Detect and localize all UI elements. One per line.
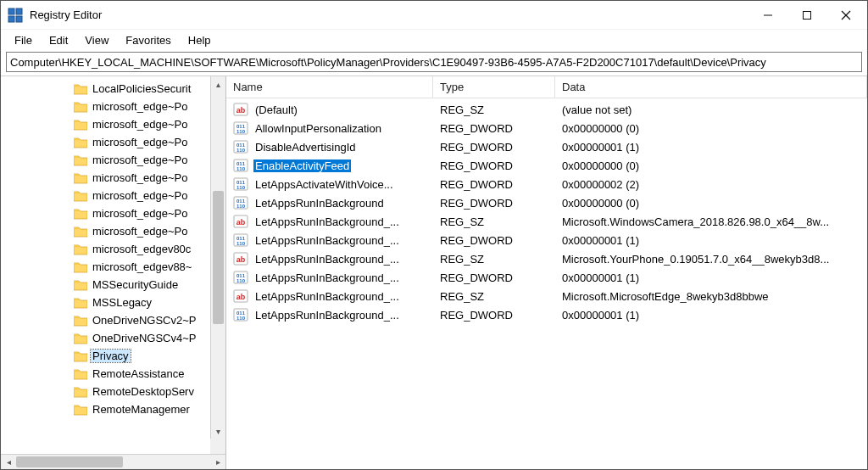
svg-text:110: 110 xyxy=(236,241,246,246)
minimize-button[interactable] xyxy=(748,3,787,28)
value-data: 0x00000002 (2) xyxy=(555,178,867,191)
folder-icon xyxy=(74,315,91,327)
value-data: 0x00000001 (1) xyxy=(555,309,867,322)
list-header: Name Type Data xyxy=(226,76,867,98)
address-bar[interactable]: Computer\HKEY_LOCAL_MACHINE\SOFTWARE\Mic… xyxy=(6,52,862,72)
dword-value-icon: 011110 xyxy=(233,195,248,210)
value-name: LetAppsActivateWithVoice... xyxy=(253,178,395,191)
menu-help[interactable]: Help xyxy=(180,32,220,48)
value-type: REG_DWORD xyxy=(433,271,555,284)
folder-icon xyxy=(74,226,91,238)
value-row[interactable]: ab(Default)REG_SZ(value not set) xyxy=(226,100,867,119)
tree-item-label: RemoteAssistance xyxy=(91,367,186,380)
tree-item[interactable]: RemoteDesktopServ xyxy=(1,383,210,400)
tree-item[interactable]: LocalPoliciesSecurit xyxy=(1,80,210,98)
column-header-name[interactable]: Name xyxy=(226,76,433,98)
tree-vertical-scrollbar[interactable]: ▴ ▾ xyxy=(210,76,225,439)
svg-rect-3 xyxy=(16,16,22,22)
menu-edit[interactable]: Edit xyxy=(41,32,76,48)
value-row[interactable]: 011110AllowInputPersonalizationREG_DWORD… xyxy=(226,119,867,137)
folder-icon xyxy=(74,261,91,273)
tree-item[interactable]: microsoft_edge~Po xyxy=(1,187,210,204)
value-row[interactable]: 011110DisableAdvertisingIdREG_DWORD0x000… xyxy=(226,137,867,156)
column-header-data[interactable]: Data xyxy=(555,76,867,98)
tree-item-label: microsoft_edgev88~ xyxy=(91,260,193,273)
dword-value-icon: 011110 xyxy=(233,139,248,154)
value-name: DisableAdvertisingId xyxy=(253,141,358,154)
tree-item[interactable]: MSSecurityGuide xyxy=(1,276,210,294)
close-button[interactable] xyxy=(826,3,865,28)
svg-text:ab: ab xyxy=(236,106,246,115)
folder-icon xyxy=(74,386,91,398)
tree-item-label: microsoft_edge~Po xyxy=(91,100,189,113)
folder-icon xyxy=(74,172,91,184)
value-row[interactable]: 011110LetAppsRunInBackground_...REG_DWOR… xyxy=(226,231,867,249)
tree-item-label: OneDriveNGSCv4~P xyxy=(91,332,198,344)
tree-horizontal-scrollbar[interactable]: ◂ ▸ xyxy=(1,454,225,469)
tree-item[interactable]: RemoteManagemer xyxy=(1,400,210,418)
menu-favorites[interactable]: Favorites xyxy=(117,32,179,48)
app-icon xyxy=(8,8,23,23)
value-data: 0x00000000 (0) xyxy=(555,122,867,135)
value-type: REG_SZ xyxy=(433,104,555,116)
value-type: REG_DWORD xyxy=(433,159,555,172)
tree-item[interactable]: microsoft_edge~Po xyxy=(1,98,210,115)
value-row[interactable]: abLetAppsRunInBackground_...REG_SZMicros… xyxy=(226,287,867,305)
tree-item[interactable]: microsoft_edge~Po xyxy=(1,222,210,240)
svg-text:110: 110 xyxy=(236,148,246,153)
tree-item[interactable]: microsoft_edge~Po xyxy=(1,204,210,222)
value-row[interactable]: 011110LetAppsRunInBackgroundREG_DWORD0x0… xyxy=(226,193,867,212)
value-name: EnableActivityFeed xyxy=(253,159,351,172)
tree-item[interactable]: microsoft_edge~Po xyxy=(1,115,210,133)
tree-item[interactable]: MSSLegacy xyxy=(1,294,210,311)
tree-item-label: microsoft_edge~Po xyxy=(91,225,189,238)
maximize-button[interactable] xyxy=(787,3,826,28)
scroll-left-icon[interactable]: ◂ xyxy=(1,455,16,469)
folder-icon xyxy=(74,404,91,416)
folder-icon xyxy=(74,368,91,380)
value-row[interactable]: abLetAppsRunInBackground_...REG_SZMicros… xyxy=(226,249,867,268)
value-row[interactable]: 011110EnableActivityFeedREG_DWORD0x00000… xyxy=(226,156,867,175)
tree-item-label: RemoteDesktopServ xyxy=(91,385,196,398)
value-row[interactable]: 011110LetAppsRunInBackground_...REG_DWOR… xyxy=(226,305,867,324)
string-value-icon: ab xyxy=(233,214,248,229)
tree-item[interactable]: microsoft_edgev80c xyxy=(1,240,210,258)
dword-value-icon: 011110 xyxy=(233,270,248,285)
menu-view[interactable]: View xyxy=(76,32,117,48)
scroll-down-icon[interactable]: ▾ xyxy=(211,423,225,439)
tree-pane: LocalPoliciesSecuritmicrosoft_edge~Pomic… xyxy=(1,76,226,469)
tree-item[interactable]: microsoft_edge~Po xyxy=(1,133,210,151)
tree-item[interactable]: microsoft_edge~Po xyxy=(1,169,210,187)
values-list[interactable]: ab(Default)REG_SZ(value not set)011110Al… xyxy=(226,98,867,469)
value-data: 0x00000000 (0) xyxy=(555,197,867,210)
value-type: REG_DWORD xyxy=(433,122,555,135)
scroll-up-icon[interactable]: ▴ xyxy=(211,76,225,92)
tree-item-label: microsoft_edge~Po xyxy=(91,136,189,148)
folder-icon xyxy=(74,279,91,291)
tree-item[interactable]: Privacy xyxy=(1,347,210,365)
dword-value-icon: 011110 xyxy=(233,232,248,248)
value-data: Microsoft.YourPhone_0.19051.7.0_x64__8we… xyxy=(555,253,867,266)
menubar: File Edit View Favorites Help xyxy=(1,30,867,50)
tree-item[interactable]: microsoft_edgev88~ xyxy=(1,258,210,276)
menu-file[interactable]: File xyxy=(6,32,41,48)
tree-item[interactable]: OneDriveNGSCv2~P xyxy=(1,311,210,329)
value-type: REG_DWORD xyxy=(433,178,555,191)
string-value-icon: ab xyxy=(233,288,248,304)
value-type: REG_DWORD xyxy=(433,234,555,247)
value-data: 0x00000001 (1) xyxy=(555,234,867,247)
tree-item[interactable]: RemoteAssistance xyxy=(1,365,210,383)
column-header-type[interactable]: Type xyxy=(433,76,555,98)
value-type: REG_DWORD xyxy=(433,141,555,154)
titlebar: Registry Editor xyxy=(1,1,867,30)
tree-item[interactable]: microsoft_edge~Po xyxy=(1,151,210,169)
value-row[interactable]: 011110LetAppsActivateWithVoice...REG_DWO… xyxy=(226,175,867,193)
value-row[interactable]: 011110LetAppsRunInBackground_...REG_DWOR… xyxy=(226,268,867,287)
tree-view[interactable]: LocalPoliciesSecuritmicrosoft_edge~Pomic… xyxy=(1,76,225,454)
main-split: LocalPoliciesSecuritmicrosoft_edge~Pomic… xyxy=(1,76,867,469)
folder-icon xyxy=(74,119,91,131)
tree-item[interactable]: OneDriveNGSCv4~P xyxy=(1,329,210,347)
scroll-right-icon[interactable]: ▸ xyxy=(210,455,225,469)
value-data: Microsoft.WindowsCamera_2018.826.98.0_x6… xyxy=(555,215,867,228)
value-row[interactable]: abLetAppsRunInBackground_...REG_SZMicros… xyxy=(226,212,867,231)
